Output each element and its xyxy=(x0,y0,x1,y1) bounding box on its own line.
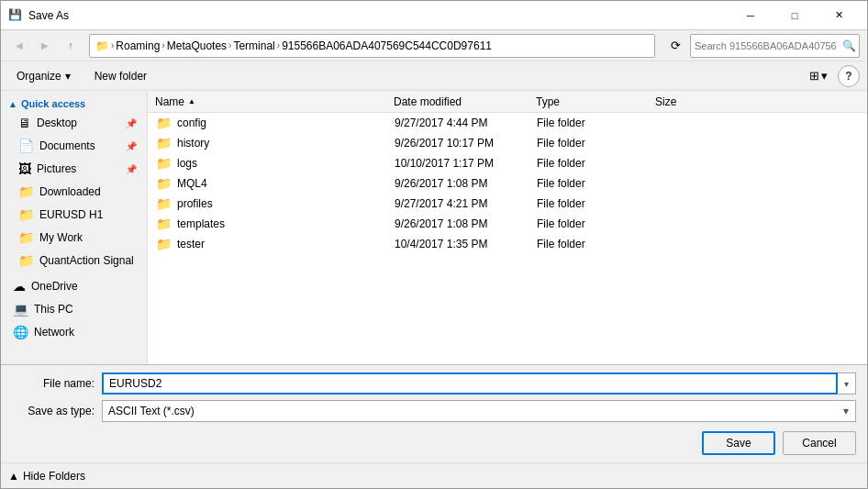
breadcrumb-roaming[interactable]: Roaming xyxy=(116,39,160,52)
main-content: ▲ Quick access 🖥 Desktop 📌 📄 Documents 📌 xyxy=(1,91,867,364)
save-button[interactable]: Save xyxy=(702,431,775,455)
file-type: File folder xyxy=(537,137,656,150)
table-row[interactable]: 📁 MQL4 9/26/2017 1:08 PM File folder xyxy=(148,173,867,194)
file-name: history xyxy=(177,137,209,150)
header-date[interactable]: Date modified xyxy=(394,95,536,108)
downloaded-label: Downloaded xyxy=(39,185,101,198)
table-row[interactable]: 📁 profiles 9/27/2017 4:21 PM File folder xyxy=(148,194,867,214)
quantaction-label: QuantAction Signal xyxy=(39,254,134,267)
table-row[interactable]: 📁 logs 10/10/2017 1:17 PM File folder xyxy=(148,153,867,173)
file-type: File folder xyxy=(537,177,656,190)
dialog-title: Save As xyxy=(28,9,729,22)
pictures-label: Pictures xyxy=(37,162,76,175)
network-label: Network xyxy=(34,326,74,339)
savetype-label: Save as type: xyxy=(12,405,95,417)
help-button[interactable]: ? xyxy=(838,65,860,87)
quick-access-label: Quick access xyxy=(21,98,85,109)
breadcrumb[interactable]: 📁 › Roaming › MetaQuotes › Terminal › 91… xyxy=(89,34,655,58)
file-date: 9/27/2017 4:44 PM xyxy=(395,117,537,129)
eurusd-folder-icon: 📁 xyxy=(18,207,34,222)
save-as-dialog: 💾 Save As ─ □ ✕ ◀ ▶ ↑ 📁 › Roaming › Meta… xyxy=(0,0,868,489)
quantaction-folder-icon: 📁 xyxy=(18,253,34,268)
minimize-button[interactable]: ─ xyxy=(729,2,772,29)
quick-access-items: 🖥 Desktop 📌 📄 Documents 📌 🖼 Pictures 📌 xyxy=(1,112,147,272)
cancel-label: Cancel xyxy=(802,437,836,450)
folder-icon: 📁 xyxy=(156,156,172,171)
file-date: 10/4/2017 1:35 PM xyxy=(395,238,537,250)
header-name[interactable]: Name ▲ xyxy=(155,95,394,108)
table-row[interactable]: 📁 templates 9/26/2017 1:08 PM File folde… xyxy=(148,214,867,234)
folder-icon: 📁 xyxy=(156,196,172,211)
folder-icon: 📁 xyxy=(156,176,172,191)
file-rows-container: 📁 config 9/27/2017 4:44 PM File folder 📁… xyxy=(148,113,867,254)
search-icon[interactable]: 🔍 xyxy=(842,39,856,52)
hide-folders-icon: ▲ xyxy=(8,470,19,483)
close-button[interactable]: ✕ xyxy=(818,2,860,29)
mywork-label: My Work xyxy=(39,231,83,244)
help-icon: ? xyxy=(845,70,851,83)
savetype-select[interactable]: ASCII Text (*.csv) xyxy=(102,400,856,422)
new-folder-button[interactable]: New folder xyxy=(86,66,155,86)
forward-button[interactable]: ▶ xyxy=(34,35,56,57)
breadcrumb-metaquotes[interactable]: MetaQuotes xyxy=(167,39,227,52)
new-folder-label: New folder xyxy=(95,70,147,83)
organize-button[interactable]: Organize ▾ xyxy=(8,66,79,86)
title-bar: 💾 Save As ─ □ ✕ xyxy=(1,1,867,30)
save-label: Save xyxy=(726,437,751,450)
file-name: logs xyxy=(177,157,197,170)
file-list: Name ▲ Date modified Type Size 📁 config … xyxy=(148,91,867,364)
header-type[interactable]: Type xyxy=(536,95,655,108)
up-button[interactable]: ↑ xyxy=(60,35,82,57)
file-date: 10/10/2017 1:17 PM xyxy=(395,157,537,170)
refresh-button[interactable]: ⟳ xyxy=(664,34,686,58)
sidebar-item-quantaction[interactable]: 📁 QuantAction Signal xyxy=(10,250,145,272)
sidebar-item-desktop[interactable]: 🖥 Desktop 📌 xyxy=(10,112,145,134)
table-row[interactable]: 📁 history 9/26/2017 10:17 PM File folder xyxy=(148,133,867,153)
view-chevron-icon: ▾ xyxy=(821,69,828,83)
breadcrumb-terminal[interactable]: Terminal xyxy=(233,39,274,52)
sidebar-item-eurusd[interactable]: 📁 EURUSD H1 xyxy=(10,204,145,226)
buttons-row: Save Cancel xyxy=(12,428,856,455)
file-name: tester xyxy=(177,238,205,250)
quick-access-section: ▲ Quick access 🖥 Desktop 📌 📄 Documents 📌 xyxy=(1,94,147,272)
thispc-label: This PC xyxy=(34,303,73,316)
folder-icon: 📁 xyxy=(156,217,172,231)
sidebar-item-network[interactable]: 🌐 Network xyxy=(3,321,145,343)
folder-icon: 📁 xyxy=(156,116,172,130)
footer-bar: ▲ Hide Folders xyxy=(1,462,867,488)
sidebar-item-downloaded[interactable]: 📁 Downloaded xyxy=(10,181,145,203)
documents-icon: 📄 xyxy=(18,139,34,153)
sidebar-item-thispc[interactable]: 💻 This PC xyxy=(3,298,145,320)
quick-access-header[interactable]: ▲ Quick access xyxy=(1,94,147,111)
sidebar-item-onedrive[interactable]: ☁ OneDrive xyxy=(3,275,145,297)
desktop-icon: 🖥 xyxy=(18,116,31,130)
table-row[interactable]: 📁 tester 10/4/2017 1:35 PM File folder xyxy=(148,234,867,254)
table-row[interactable]: 📁 config 9/27/2017 4:44 PM File folder xyxy=(148,113,867,133)
filename-dropdown-icon[interactable]: ▾ xyxy=(844,379,849,389)
network-icon: 🌐 xyxy=(13,325,28,339)
view-button[interactable]: ⊞ ▾ xyxy=(803,65,834,86)
search-input[interactable] xyxy=(690,34,860,58)
sort-arrow-icon: ▲ xyxy=(188,97,195,106)
filename-input[interactable] xyxy=(102,372,838,395)
hide-folders-button[interactable]: ▲ Hide Folders xyxy=(8,470,85,483)
file-name: templates xyxy=(177,217,225,230)
thispc-icon: 💻 xyxy=(13,302,28,317)
pin-icon: 📌 xyxy=(126,118,137,128)
cancel-button[interactable]: Cancel xyxy=(783,431,856,455)
breadcrumb-id[interactable]: 915566BA06ADA407569C544CC0D97611 xyxy=(282,39,492,52)
pin-icon: 📌 xyxy=(126,164,137,174)
sidebar-item-documents[interactable]: 📄 Documents 📌 xyxy=(10,135,145,157)
documents-label: Documents xyxy=(39,139,95,152)
back-button[interactable]: ◀ xyxy=(8,35,30,57)
file-date: 9/26/2017 1:08 PM xyxy=(395,217,537,230)
sidebar-item-mywork[interactable]: 📁 My Work xyxy=(10,227,145,249)
mywork-folder-icon: 📁 xyxy=(18,230,34,245)
file-date: 9/27/2017 4:21 PM xyxy=(395,197,537,210)
sidebar-item-pictures[interactable]: 🖼 Pictures 📌 xyxy=(10,158,145,180)
maximize-button[interactable]: □ xyxy=(773,2,816,29)
header-size[interactable]: Size xyxy=(655,95,729,108)
sidebar: ▲ Quick access 🖥 Desktop 📌 📄 Documents 📌 xyxy=(1,91,148,364)
file-type: File folder xyxy=(537,197,656,210)
hide-folders-label: Hide Folders xyxy=(23,470,85,483)
